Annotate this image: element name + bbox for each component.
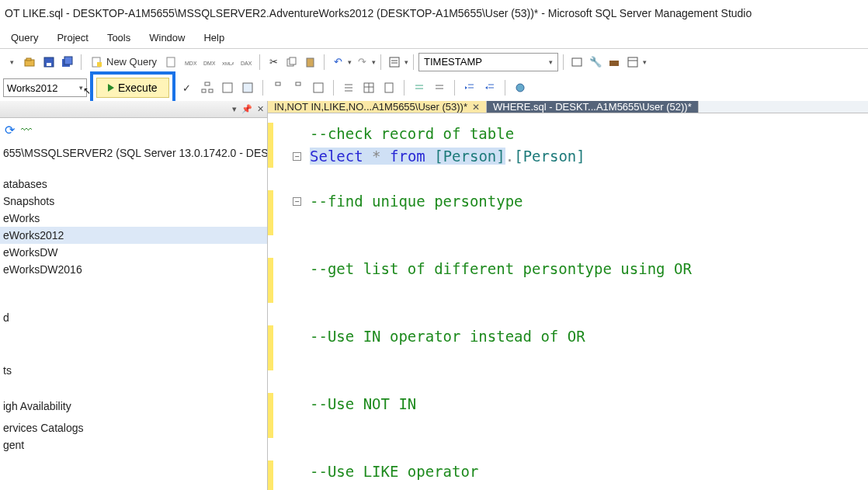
tree-item[interactable]: atabases bbox=[0, 175, 267, 193]
fold-icon[interactable]: − bbox=[293, 152, 301, 161]
include-plan-icon[interactable] bbox=[269, 79, 286, 96]
comment-icon[interactable] bbox=[411, 79, 428, 96]
db-engine-query-icon[interactable] bbox=[163, 54, 180, 71]
xmla-query-icon[interactable]: XMLA bbox=[219, 54, 236, 71]
toolbox-icon[interactable] bbox=[606, 54, 623, 71]
dropdown-icon[interactable]: ▾ bbox=[232, 104, 237, 114]
menu-tools[interactable]: Tools bbox=[99, 30, 138, 46]
paste-icon[interactable] bbox=[302, 54, 319, 71]
dax-query-icon[interactable]: DAX bbox=[238, 54, 255, 71]
play-icon bbox=[108, 84, 114, 92]
tree-item-selected[interactable]: eWorks2012 bbox=[0, 227, 267, 244]
code-content[interactable]: --check record of table Select * from [P… bbox=[305, 113, 868, 490]
indent-icon[interactable] bbox=[461, 79, 478, 96]
tree-item[interactable]: gent bbox=[0, 436, 267, 454]
svg-rect-24 bbox=[202, 89, 206, 92]
pin-icon[interactable]: 📌 bbox=[241, 104, 252, 114]
tree-item[interactable]: Snapshots bbox=[0, 193, 267, 210]
tab-active[interactable]: IN,NOT IN,LIKE,NO...A1M5655\User (53))* … bbox=[268, 101, 487, 113]
menu-query[interactable]: Query bbox=[3, 30, 46, 46]
parse-icon[interactable]: ✓ bbox=[179, 79, 196, 96]
type-dropdown[interactable]: TIMESTAMP ▾ bbox=[418, 53, 558, 71]
sql-toolbar: Works2012 ▾ Execute ↖ ✓ bbox=[0, 75, 868, 101]
query-options-icon[interactable] bbox=[219, 79, 236, 96]
svg-rect-16 bbox=[390, 57, 399, 67]
outdent-icon[interactable] bbox=[481, 79, 498, 96]
svg-rect-5 bbox=[64, 57, 72, 64]
tab-inactive[interactable]: WHERE.sql - DESKT...A1M5655\User (52))* bbox=[487, 101, 699, 113]
uncomment-icon[interactable] bbox=[431, 79, 448, 96]
tree-item[interactable]: eWorks bbox=[0, 210, 267, 227]
panel-header: ▾ 📌 ✕ bbox=[0, 101, 267, 118]
fold-icon[interactable]: − bbox=[293, 197, 301, 206]
svg-rect-1 bbox=[26, 58, 31, 61]
results-grid-icon[interactable] bbox=[360, 79, 377, 96]
dmx-query-icon[interactable]: DMX bbox=[200, 54, 217, 71]
tree-view[interactable]: 655\MSSQLSERVER2 (SQL Server 13.0.1742.0… bbox=[0, 141, 267, 490]
mdx-query-icon[interactable]: MDX bbox=[182, 54, 199, 71]
chevron-down-icon: ▾ bbox=[549, 58, 553, 66]
svg-rect-29 bbox=[296, 82, 300, 85]
svg-rect-27 bbox=[243, 83, 252, 92]
undo-dropdown-icon[interactable]: ▾ bbox=[348, 58, 352, 66]
tree-item[interactable]: d bbox=[0, 309, 267, 326]
main-toolbar: ▾ New Query MDX DMX XMLA DAX ✂ ↶ ▾ ↷ ▾ ▾… bbox=[0, 48, 868, 75]
new-query-icon bbox=[91, 56, 103, 68]
refresh-icon[interactable]: ⟳ bbox=[5, 123, 15, 137]
close-icon[interactable]: ✕ bbox=[257, 104, 264, 114]
fold-column: − − bbox=[291, 113, 305, 490]
execute-button[interactable]: Execute ↖ bbox=[96, 78, 169, 98]
open-icon[interactable] bbox=[22, 54, 39, 71]
svg-rect-23 bbox=[205, 82, 210, 85]
chevron-down-icon: ▾ bbox=[79, 84, 83, 92]
editor-area: IN,NOT IN,LIKE,NO...A1M5655\User (53))* … bbox=[268, 101, 868, 490]
activity-icon[interactable]: 〰 bbox=[21, 123, 32, 136]
svg-rect-25 bbox=[209, 89, 213, 92]
menu-project[interactable]: Project bbox=[49, 30, 95, 46]
include-stats-icon[interactable] bbox=[290, 79, 307, 96]
svg-rect-30 bbox=[314, 83, 323, 92]
results-file-icon[interactable] bbox=[380, 79, 398, 96]
tree-item[interactable]: igh Availability bbox=[0, 398, 267, 415]
properties-icon[interactable] bbox=[386, 54, 403, 71]
tab-close-icon[interactable]: ✕ bbox=[472, 102, 480, 113]
undo-icon[interactable]: ↶ bbox=[329, 54, 346, 71]
tree-item[interactable]: eWorksDW2016 bbox=[0, 261, 267, 278]
specify-template-icon[interactable] bbox=[512, 79, 529, 96]
svg-rect-8 bbox=[167, 57, 175, 67]
nav-back-icon[interactable]: ▾ bbox=[3, 54, 20, 71]
new-query-button[interactable]: New Query bbox=[86, 54, 161, 70]
svg-rect-28 bbox=[276, 82, 280, 85]
menu-bar: Query Project Tools Window Help bbox=[0, 26, 868, 48]
svg-point-46 bbox=[516, 84, 524, 92]
tree-item[interactable]: eWorksDW bbox=[0, 244, 267, 261]
svg-rect-21 bbox=[628, 57, 637, 67]
gutter bbox=[268, 113, 291, 490]
results-text-icon[interactable] bbox=[340, 79, 357, 96]
explorer-toolbar: ⟳ 〰 bbox=[0, 118, 267, 141]
tree-item[interactable]: ts bbox=[0, 362, 267, 379]
execute-highlight: Execute ↖ bbox=[90, 71, 175, 104]
server-node[interactable]: 655\MSSQLSERVER2 (SQL Server 13.0.1742.0… bbox=[0, 144, 267, 162]
database-dropdown[interactable]: Works2012 ▾ bbox=[3, 78, 87, 97]
redo-icon[interactable]: ↷ bbox=[353, 54, 370, 71]
display-plan-icon[interactable] bbox=[199, 79, 216, 96]
object-explorer: ▾ 📌 ✕ ⟳ 〰 655\MSSQLSERVER2 (SQL Server 1… bbox=[0, 101, 268, 490]
svg-text:XMLA: XMLA bbox=[222, 61, 234, 66]
intellisense-icon[interactable] bbox=[239, 79, 256, 96]
save-all-icon[interactable] bbox=[59, 54, 76, 71]
include-live-stats-icon[interactable] bbox=[310, 79, 327, 96]
svg-rect-14 bbox=[290, 57, 296, 64]
registered-servers-icon[interactable] bbox=[568, 54, 585, 71]
svg-rect-20 bbox=[609, 61, 619, 66]
menu-help[interactable]: Help bbox=[196, 30, 232, 46]
code-editor[interactable]: − − --check record of table Select * fro… bbox=[268, 113, 868, 490]
window-layout-icon[interactable] bbox=[624, 54, 641, 71]
menu-window[interactable]: Window bbox=[141, 30, 193, 46]
redo-dropdown-icon[interactable]: ▾ bbox=[372, 58, 376, 66]
cut-icon[interactable]: ✂ bbox=[265, 54, 282, 71]
save-icon[interactable] bbox=[40, 54, 57, 71]
copy-icon[interactable] bbox=[283, 54, 300, 71]
wrench-icon[interactable]: 🔧 bbox=[587, 54, 604, 71]
tree-item[interactable]: ervices Catalogs bbox=[0, 419, 267, 436]
